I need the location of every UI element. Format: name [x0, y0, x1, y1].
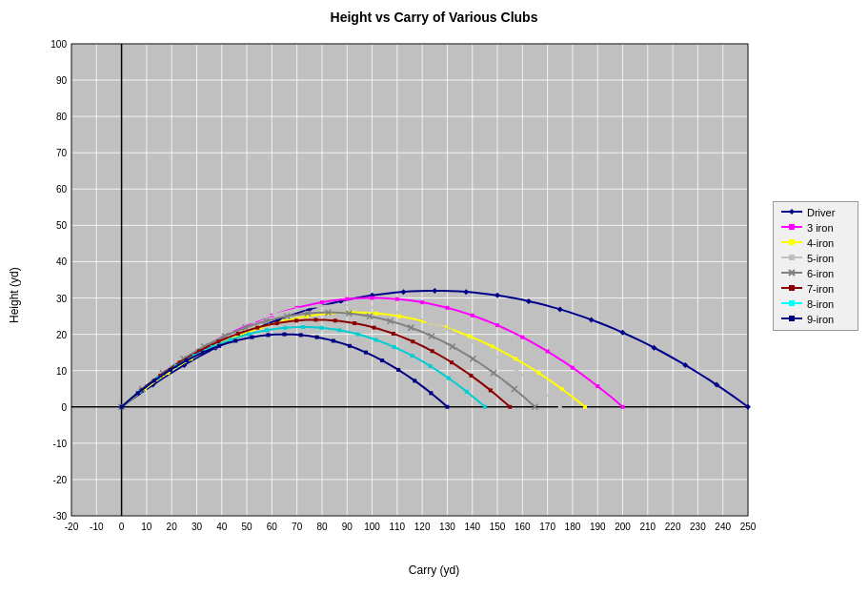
svg-rect-170 [536, 386, 540, 390]
svg-text:40: 40 [56, 256, 68, 267]
svg-text:40: 40 [216, 522, 228, 532]
svg-text:10: 10 [141, 522, 152, 532]
svg-rect-165 [427, 319, 431, 323]
svg-rect-228 [392, 332, 395, 336]
svg-rect-121 [420, 300, 424, 304]
legend-line [781, 207, 802, 218]
svg-rect-222 [275, 321, 279, 325]
svg-rect-167 [471, 340, 474, 344]
svg-rect-123 [471, 314, 474, 317]
svg-rect-122 [445, 306, 449, 310]
svg-rect-117 [320, 300, 324, 304]
legend-line [781, 222, 802, 234]
svg-rect-276 [445, 405, 449, 409]
legend-line [781, 283, 802, 295]
svg-text:180: 180 [565, 522, 581, 532]
legend: Driver3 iron4-iron5-iron6-iron7-iron8-ir… [773, 201, 858, 331]
legend-item: 6-iron [781, 268, 850, 279]
svg-text:90: 90 [342, 522, 353, 532]
svg-rect-118 [345, 297, 349, 301]
svg-rect-272 [380, 358, 384, 362]
svg-text:250: 250 [740, 522, 757, 532]
svg-text:170: 170 [539, 522, 555, 532]
svg-rect-124 [495, 323, 499, 327]
svg-text:80: 80 [316, 522, 328, 532]
legend-line [781, 298, 802, 310]
svg-rect-280 [789, 224, 795, 230]
svg-rect-269 [332, 338, 335, 342]
svg-rect-149 [560, 387, 564, 391]
svg-rect-260 [185, 358, 189, 362]
legend-item: 7-iron [781, 283, 850, 295]
svg-text:30: 30 [192, 522, 203, 532]
svg-text:230: 230 [690, 522, 706, 532]
legend-item: 5-iron [781, 253, 850, 264]
svg-rect-145 [467, 335, 471, 338]
svg-rect-127 [571, 366, 575, 370]
svg-rect-262 [217, 344, 221, 348]
svg-rect-282 [789, 239, 795, 245]
svg-rect-227 [373, 326, 376, 330]
legend-item: 8-iron [781, 298, 850, 310]
svg-rect-270 [348, 344, 352, 348]
svg-rect-265 [266, 333, 270, 337]
svg-text:110: 110 [390, 522, 406, 532]
svg-rect-284 [789, 255, 795, 260]
svg-rect-263 [233, 338, 237, 342]
svg-rect-224 [313, 317, 317, 321]
svg-rect-229 [411, 339, 414, 343]
y-axis-label: Height (yd) [5, 30, 24, 562]
svg-rect-250 [393, 345, 396, 349]
svg-text:160: 160 [515, 522, 531, 532]
legend-label: Driver [807, 207, 835, 218]
svg-rect-142 [397, 315, 401, 318]
svg-text:120: 120 [414, 522, 431, 532]
svg-rect-233 [489, 388, 493, 392]
svg-rect-163 [383, 307, 387, 311]
svg-rect-275 [429, 391, 433, 395]
svg-rect-261 [201, 351, 205, 355]
svg-rect-266 [283, 333, 287, 337]
svg-text:240: 240 [715, 522, 731, 532]
svg-rect-256 [120, 405, 124, 409]
svg-text:210: 210 [639, 522, 656, 532]
svg-text:220: 220 [665, 522, 681, 532]
svg-rect-148 [536, 371, 540, 375]
svg-marker-278 [789, 209, 795, 215]
svg-rect-264 [250, 336, 253, 339]
svg-rect-289 [789, 285, 795, 291]
svg-rect-146 [491, 344, 495, 348]
svg-text:60: 60 [56, 184, 68, 195]
svg-text:140: 140 [464, 522, 480, 532]
svg-rect-158 [273, 313, 277, 317]
legend-line [781, 268, 802, 279]
svg-rect-126 [546, 350, 550, 354]
svg-text:70: 70 [56, 148, 68, 158]
svg-rect-257 [136, 391, 140, 395]
main-chart: -30-20-100102030405060708090100-20-10010… [24, 30, 767, 559]
svg-rect-273 [396, 368, 400, 372]
svg-rect-271 [364, 351, 368, 355]
svg-rect-147 [514, 357, 517, 360]
svg-text:50: 50 [242, 522, 253, 532]
svg-container: -30-20-100102030405060708090100-20-10010… [24, 30, 768, 562]
svg-rect-226 [353, 321, 356, 325]
svg-text:30: 30 [56, 294, 68, 304]
svg-rect-119 [371, 297, 374, 300]
svg-rect-157 [252, 319, 255, 323]
svg-rect-248 [355, 333, 359, 337]
svg-rect-268 [315, 336, 319, 339]
legend-item: 4-iron [781, 237, 850, 249]
svg-text:0: 0 [61, 402, 67, 413]
svg-text:150: 150 [490, 522, 506, 532]
svg-rect-230 [431, 349, 434, 353]
svg-rect-234 [508, 405, 512, 409]
legend-label: 4-iron [807, 237, 834, 249]
svg-text:0: 0 [119, 522, 125, 532]
legend-label: 6-iron [807, 268, 834, 279]
svg-rect-164 [405, 313, 409, 317]
svg-rect-253 [447, 377, 451, 380]
x-axis-label: Carry (yd) [0, 563, 868, 577]
svg-rect-0 [71, 44, 748, 516]
svg-rect-247 [337, 328, 341, 332]
